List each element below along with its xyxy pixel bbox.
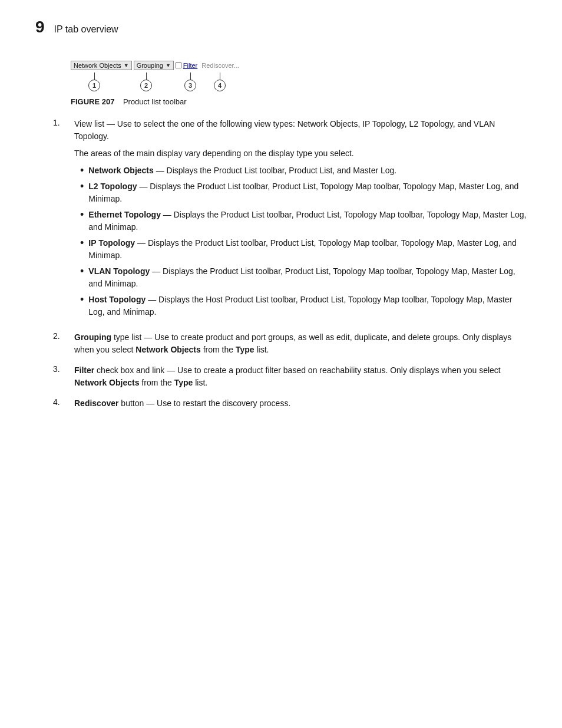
- bullet-text: Host Topology — Displays the Host Produc…: [88, 294, 527, 318]
- list-num-3: 3.: [53, 364, 65, 389]
- bullet-item-l2-topology: • L2 Topology — Displays the Product Lis…: [80, 180, 527, 205]
- bullet-text: L2 Topology — Displays the Product List …: [88, 180, 527, 205]
- filter-term: Filter: [74, 365, 94, 375]
- bullet-item-host-topology: • Host Topology — Displays the Host Prod…: [80, 294, 527, 318]
- bullet-text: VLAN Topology — Displays the Product Lis…: [88, 265, 527, 290]
- list-item-4: 4. Rediscover button — Use to restart th…: [53, 397, 527, 410]
- figure-caption-label: FIGURE 207: [71, 97, 114, 106]
- rediscover-button[interactable]: Rediscover...: [201, 62, 239, 69]
- list-item-3: 3. Filter check box and link — Use to cr…: [53, 364, 527, 389]
- list-num-4: 4.: [53, 397, 65, 410]
- figure-caption-text: Product list toolbar: [117, 97, 187, 106]
- main-list: 1. View list — Use to select the one of …: [53, 118, 527, 410]
- grouping-term: Grouping: [74, 332, 111, 342]
- main-content: 1. View list — Use to select the one of …: [53, 118, 527, 410]
- grouping-arrow-icon: ▼: [166, 62, 171, 68]
- callout-circle-3: 3: [184, 80, 196, 91]
- list-content-4: Rediscover button — Use to restart the d…: [74, 397, 527, 410]
- bullet-text: IP Topology — Displays the Product List …: [88, 237, 527, 262]
- list-content-1: View list — Use to select the one of the…: [74, 118, 527, 323]
- chapter-number: 9: [35, 18, 45, 37]
- bullet-item-network-objects: • Network Objects — Displays the Product…: [80, 164, 527, 177]
- figure-container: Network Objects ▼ Grouping ▼ Filter Redi…: [71, 60, 527, 91]
- filter-link[interactable]: Filter: [183, 62, 197, 69]
- dropdown-arrow-icon: ▼: [124, 62, 129, 68]
- bullet-dot: •: [80, 165, 84, 177]
- page-header: 9 IP tab overview: [35, 18, 527, 37]
- bullet-item-ip-topology: • IP Topology — Displays the Product Lis…: [80, 237, 527, 262]
- figure-caption: FIGURE 207 Product list toolbar: [71, 97, 527, 106]
- chapter-title: IP tab overview: [54, 24, 118, 35]
- callout-2: 2: [140, 73, 152, 91]
- item3-text: Filter check box and link — Use to creat…: [74, 364, 527, 389]
- bullet-text: Ethernet Topology — Displays the Product…: [88, 209, 527, 233]
- filter-checkbox[interactable]: [176, 62, 181, 68]
- view-list-label: Network Objects: [74, 62, 121, 69]
- bullet-item-ethernet-topology: • Ethernet Topology — Displays the Produ…: [80, 209, 527, 233]
- filter-control: Filter: [176, 62, 197, 69]
- bullet-dot: •: [80, 294, 84, 318]
- item1-intro: View list — Use to select the one of the…: [74, 118, 527, 143]
- list-num-1: 1.: [53, 118, 65, 323]
- bullet-item-vlan-topology: • VLAN Topology — Displays the Product L…: [80, 265, 527, 290]
- bullet-text: Network Objects — Displays the Product L…: [88, 164, 396, 177]
- item2-text: Grouping type list — Use to create produ…: [74, 331, 527, 356]
- grouping-label: Grouping: [137, 62, 163, 69]
- item4-text: Rediscover button — Use to restart the d…: [74, 397, 527, 410]
- callout-3: 3: [184, 73, 196, 91]
- callout-4: 4: [214, 73, 226, 91]
- item1-subpara: The areas of the main display vary depen…: [74, 147, 527, 160]
- callout-circle-4: 4: [214, 80, 226, 91]
- bullet-list: • Network Objects — Displays the Product…: [80, 164, 527, 318]
- bullet-dot: •: [80, 209, 84, 233]
- list-item-2: 2. Grouping type list — Use to create pr…: [53, 331, 527, 356]
- bullet-dot: •: [80, 266, 84, 290]
- list-content-2: Grouping type list — Use to create produ…: [74, 331, 527, 356]
- callout-circle-1: 1: [88, 80, 100, 91]
- callout-circle-2: 2: [140, 80, 152, 91]
- toolbar-mockup: Network Objects ▼ Grouping ▼ Filter Redi…: [71, 61, 239, 70]
- callout-1: 1: [88, 73, 100, 91]
- list-item-1: 1. View list — Use to select the one of …: [53, 118, 527, 323]
- bullet-dot: •: [80, 238, 84, 262]
- rediscover-term: Rediscover: [74, 398, 118, 408]
- list-num-2: 2.: [53, 331, 65, 356]
- list-content-3: Filter check box and link — Use to creat…: [74, 364, 527, 389]
- view-list-dropdown[interactable]: Network Objects ▼: [71, 61, 132, 70]
- bullet-dot: •: [80, 181, 84, 205]
- grouping-dropdown[interactable]: Grouping ▼: [134, 61, 174, 70]
